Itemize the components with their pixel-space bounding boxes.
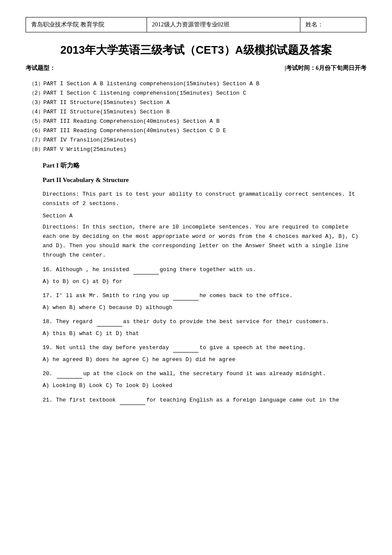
question-17: 17. I' ll ask Mr. Smith to ring you up h…: [26, 291, 366, 301]
q21-blank: [120, 395, 145, 405]
question-16: 16. Although , he insisted going there t…: [26, 265, 366, 275]
name-cell: 姓名：: [300, 17, 366, 32]
list-item: （7）PART IV Translion(25minutes): [26, 136, 366, 144]
q20-after: up at the clock on the wall, the secreta…: [83, 370, 326, 377]
q18-blank: [97, 317, 122, 327]
list-item: （4）PART II Structure(15minutes) Section …: [26, 108, 366, 116]
q19-text: 19. Not until the day before yesterday: [43, 344, 172, 351]
question-21: 21. The first textbook for teaching Engl…: [26, 395, 366, 405]
page-title: 2013年大学英语三级考试（CET3）A级模拟试题及答案: [26, 43, 366, 58]
section-a-directions: Directions: In this section, there are 1…: [26, 223, 366, 260]
class-cell: 2012级人力资源管理专业02班: [147, 17, 300, 32]
name-label: 姓名：: [306, 21, 323, 28]
q17-blank: [173, 291, 199, 301]
school-name: 青岛职业技术学院 教育学院: [31, 21, 104, 28]
q16-blank: [133, 265, 159, 275]
q17-options: A) when B) where C) because D) although: [26, 303, 366, 312]
q18-after: as their duty to provide the best servic…: [123, 318, 329, 325]
part2-directions: Directions: This part is to test your ab…: [26, 190, 366, 208]
q18-options: A) this B) what C) it D) that: [26, 329, 366, 338]
q20-options: A) Looking B) Look C) To look D) Looked: [26, 381, 366, 390]
q19-options: A) he agreed B) does he agree C) he agre…: [26, 355, 366, 364]
school-cell: 青岛职业技术学院 教育学院: [26, 17, 147, 32]
list-item: （1）PART I Section A B listening comprehe…: [26, 80, 366, 87]
section-a-label: Section A: [43, 213, 366, 219]
header-table: 青岛职业技术学院 教育学院 2012级人力资源管理专业02班 姓名：: [26, 17, 366, 32]
q16-options: A) to B) on C) at D) for: [26, 277, 366, 286]
question-18: 18. They regard as their duty to provide…: [26, 317, 366, 327]
q21-after: for teaching English as a foreign langua…: [146, 397, 339, 403]
part1-heading: Part I 听力略: [43, 162, 366, 170]
q20-number: 20.: [43, 370, 56, 377]
q16-after: going there together with us.: [160, 266, 256, 273]
q19-after: to give a speech at the meeting.: [199, 344, 306, 351]
exam-type-label: 考试题型：: [26, 64, 55, 72]
exam-parts-list: （1）PART I Section A B listening comprehe…: [26, 80, 366, 153]
q18-text: 18. They regard: [43, 318, 96, 325]
question-19: 19. Not until the day before yesterday t…: [26, 343, 366, 353]
list-item: （6）PART III Reading Comprehension(40minu…: [26, 127, 366, 134]
exam-time-label: |考试时间：6月份下旬周日开考: [285, 64, 366, 72]
q17-text: 17. I' ll ask Mr. Smith to ring you up: [43, 292, 172, 299]
class-name: 2012级人力资源管理专业02班: [152, 21, 230, 28]
exam-meta: 考试题型： |考试时间：6月份下旬周日开考: [26, 64, 366, 72]
part2-heading: Part II Vocabulary & Structure: [43, 176, 366, 184]
q16-number: 16. Although , he insisted: [43, 266, 133, 273]
q17-after: he comes back to the office.: [199, 292, 292, 299]
q21-text: 21. The first textbook: [43, 397, 119, 403]
list-item: （5）PART III Reading Comprehension(40minu…: [26, 117, 366, 125]
q19-blank: [173, 343, 199, 353]
list-item: （2）PART I Section C listening comprehens…: [26, 89, 366, 97]
list-item: （3）PART II Structure(15minutes) Section …: [26, 98, 366, 106]
question-20: 20. up at the clock on the wall, the sec…: [26, 369, 366, 379]
list-item: （8）PART V Writing(25minutes): [26, 145, 366, 153]
q20-blank: [57, 369, 82, 379]
